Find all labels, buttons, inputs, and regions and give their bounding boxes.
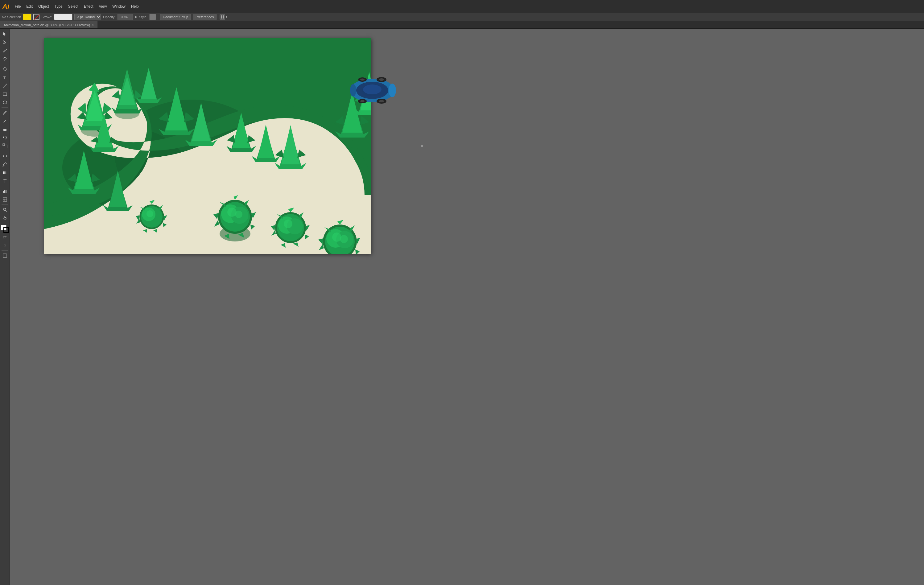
svg-line-5 bbox=[3, 50, 5, 52]
default-colors-button[interactable]: □ bbox=[1, 241, 9, 249]
style-label: Style: bbox=[139, 15, 148, 19]
svg-rect-3 bbox=[221, 17, 222, 18]
color-controls bbox=[1, 225, 9, 233]
canvas-area[interactable] bbox=[10, 29, 906, 585]
menu-bar: Ai File Edit Object Type Select Effect V… bbox=[0, 0, 924, 13]
menu-select[interactable]: Select bbox=[66, 3, 81, 10]
svg-point-126 bbox=[235, 211, 243, 218]
right-panel bbox=[906, 29, 924, 585]
svg-marker-17 bbox=[3, 137, 4, 138]
menu-window[interactable]: Window bbox=[110, 3, 128, 10]
car-object[interactable] bbox=[348, 76, 397, 104]
brush-tool[interactable] bbox=[1, 109, 9, 117]
menu-view[interactable]: View bbox=[97, 3, 109, 10]
chart-tool[interactable] bbox=[1, 187, 9, 195]
svg-point-154 bbox=[332, 232, 342, 242]
menu-object[interactable]: Object bbox=[36, 3, 51, 10]
rotate-tool[interactable] bbox=[1, 133, 9, 142]
svg-text:T: T bbox=[3, 75, 6, 80]
svg-rect-24 bbox=[3, 171, 7, 174]
svg-marker-6 bbox=[5, 49, 7, 50]
line-tool[interactable] bbox=[1, 82, 9, 90]
tab-title: Animation_Motion_path.ai* @ 300% (RGB/GP… bbox=[4, 23, 90, 27]
screen-mode-button[interactable] bbox=[1, 252, 9, 260]
pen-tool[interactable] bbox=[1, 65, 9, 73]
eyedropper-tool[interactable] bbox=[1, 160, 9, 168]
opacity-input[interactable] bbox=[117, 14, 133, 20]
svg-point-14 bbox=[3, 114, 4, 115]
svg-point-168 bbox=[147, 210, 153, 217]
stroke-width-dropdown[interactable]: 3 pt. Round 1 pt. 2 pt. bbox=[74, 14, 101, 20]
pencil-tool[interactable] bbox=[1, 117, 9, 125]
direct-select-tool[interactable] bbox=[1, 38, 9, 46]
mesh-tool[interactable] bbox=[1, 177, 9, 185]
svg-line-34 bbox=[5, 210, 7, 211]
menu-file[interactable]: File bbox=[12, 3, 23, 10]
svg-rect-12 bbox=[3, 93, 7, 96]
hand-tool[interactable] bbox=[1, 214, 9, 222]
slice-tool[interactable] bbox=[1, 196, 9, 204]
toolbar: No Selection Stroke: 3 pt. Round 1 pt. 2… bbox=[0, 13, 924, 21]
svg-point-7 bbox=[3, 58, 7, 60]
menu-help[interactable]: Help bbox=[129, 3, 141, 10]
preferences-button[interactable]: Preferences bbox=[193, 14, 216, 20]
svg-point-140 bbox=[284, 219, 292, 228]
blend-tool[interactable] bbox=[1, 152, 9, 160]
svg-rect-28 bbox=[4, 190, 5, 193]
svg-point-9 bbox=[4, 67, 5, 68]
svg-point-178 bbox=[350, 84, 356, 97]
svg-point-33 bbox=[3, 208, 6, 211]
artboard bbox=[44, 38, 371, 254]
cursor bbox=[421, 145, 423, 147]
svg-point-177 bbox=[389, 84, 396, 97]
text-tool[interactable]: T bbox=[1, 73, 9, 81]
svg-point-186 bbox=[360, 100, 365, 102]
svg-rect-35 bbox=[3, 254, 7, 257]
zoom-tool[interactable] bbox=[1, 206, 9, 214]
svg-point-13 bbox=[3, 101, 7, 104]
document-tab[interactable]: Animation_Motion_path.ai* @ 300% (RGB/GP… bbox=[0, 21, 98, 28]
lasso-tool[interactable] bbox=[1, 55, 9, 63]
scene-svg bbox=[44, 38, 371, 254]
document-setup-button[interactable]: Document Setup bbox=[160, 14, 191, 20]
rectangle-tool[interactable] bbox=[1, 90, 9, 98]
eraser-tool[interactable] bbox=[1, 125, 9, 133]
opacity-label: Opacity: bbox=[103, 15, 116, 19]
svg-line-0 bbox=[34, 15, 40, 20]
stroke-label: Stroke: bbox=[41, 15, 52, 19]
svg-point-125 bbox=[227, 208, 236, 217]
svg-rect-2 bbox=[223, 15, 224, 16]
magic-wand-tool[interactable] bbox=[1, 46, 9, 54]
svg-point-184 bbox=[379, 100, 384, 102]
svg-rect-29 bbox=[5, 190, 7, 193]
app-logo: Ai bbox=[2, 2, 9, 10]
menu-effect[interactable]: Effect bbox=[81, 3, 96, 10]
stroke-indicator[interactable] bbox=[3, 227, 9, 233]
menu-edit[interactable]: Edit bbox=[24, 3, 35, 10]
svg-line-23 bbox=[3, 166, 3, 166]
svg-point-155 bbox=[340, 235, 348, 243]
toolbox: T bbox=[0, 29, 10, 585]
stroke-preview bbox=[54, 14, 73, 20]
main-layout: T bbox=[0, 29, 924, 585]
fill-color-box[interactable] bbox=[23, 14, 31, 20]
svg-rect-1 bbox=[221, 15, 222, 16]
svg-rect-4 bbox=[223, 17, 224, 18]
swap-colors-button[interactable]: ⇄ bbox=[1, 233, 9, 241]
svg-point-185 bbox=[360, 79, 365, 81]
svg-point-21 bbox=[6, 155, 7, 157]
gradient-tool[interactable] bbox=[1, 169, 9, 177]
selection-label: No Selection bbox=[2, 15, 21, 19]
svg-line-11 bbox=[3, 84, 7, 87]
tab-close-button[interactable]: × bbox=[92, 23, 94, 26]
svg-rect-18 bbox=[3, 144, 5, 145]
scale-tool[interactable] bbox=[1, 142, 9, 150]
selection-tool[interactable] bbox=[1, 30, 9, 38]
svg-point-187 bbox=[363, 84, 381, 94]
menu-type[interactable]: Type bbox=[52, 3, 65, 10]
stroke-color-box[interactable] bbox=[33, 14, 40, 20]
tab-bar: Animation_Motion_path.ai* @ 300% (RGB/GP… bbox=[0, 21, 924, 29]
svg-point-20 bbox=[3, 155, 4, 157]
ellipse-tool[interactable] bbox=[1, 98, 9, 106]
svg-rect-27 bbox=[3, 191, 4, 193]
